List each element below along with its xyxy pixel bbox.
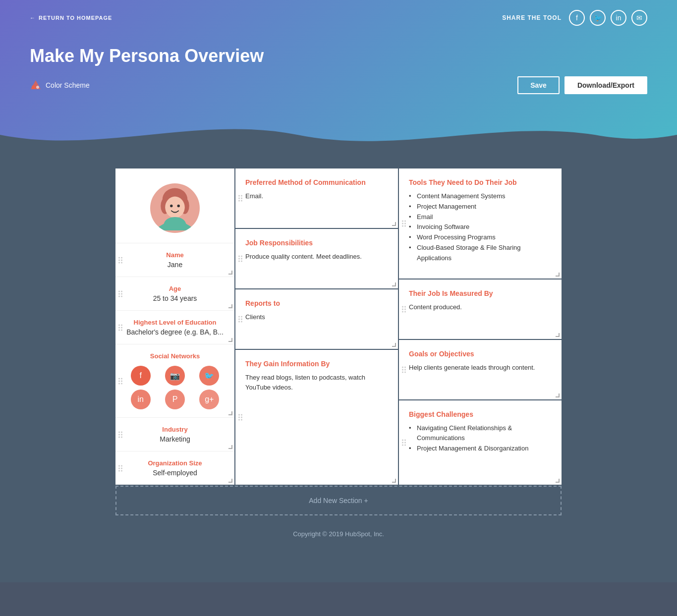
googleplus-social-btn[interactable]: g+ [199, 390, 219, 409]
instagram-social-btn[interactable]: 📷 [165, 366, 185, 386]
goals-drag-handle[interactable] [402, 366, 406, 373]
comm-resize-handle[interactable] [392, 222, 396, 226]
job-card: Job Responsibilities Produce quality con… [235, 229, 398, 288]
middle-column: Preferred Method of Communication Email.… [235, 168, 398, 485]
comm-card: Preferred Method of Communication Email. [235, 168, 398, 228]
list-item: Invoicing Software [409, 222, 552, 232]
save-button[interactable]: Save [517, 76, 560, 94]
age-block: Age 25 to 34 years [115, 277, 234, 311]
svg-point-2 [36, 86, 39, 89]
job-drag-handle[interactable] [238, 256, 242, 262]
svg-point-8 [170, 205, 172, 207]
svg-point-1 [32, 85, 36, 89]
reports-card: Reports to Clients [235, 289, 398, 349]
reports-resize-handle[interactable] [392, 343, 396, 347]
add-section-container: Add New Section + [115, 486, 562, 515]
age-drag-handle[interactable] [118, 290, 122, 297]
org-drag-handle[interactable] [118, 465, 122, 471]
industry-resize-handle[interactable] [228, 445, 232, 449]
challenges-drag-handle[interactable] [402, 439, 406, 446]
list-item: Navigating Client Relationships & Commun… [409, 423, 552, 444]
info-title: They Gain Information By [245, 360, 388, 368]
pinterest-social-btn[interactable]: P [165, 390, 185, 409]
color-scheme-label: Color Scheme [46, 81, 90, 89]
name-drag-handle[interactable] [118, 257, 122, 263]
industry-drag-handle[interactable] [118, 431, 122, 438]
org-resize-handle[interactable] [228, 479, 232, 483]
social-resize-handle[interactable] [228, 411, 232, 415]
info-content: They read blogs, listen to podcasts, wat… [245, 373, 388, 392]
challenges-card: Biggest Challenges Navigating Client Rel… [399, 400, 562, 485]
avatar-section [115, 168, 234, 243]
tools-title: Tools They Need to Do Their Job [409, 178, 552, 186]
info-drag-handle[interactable] [238, 414, 242, 421]
education-label: Highest Level of Education [125, 319, 225, 326]
color-scheme-control[interactable]: Color Scheme [30, 79, 90, 91]
job-content: Produce quality content. Meet deadlines. [245, 252, 388, 262]
age-resize-handle[interactable] [228, 304, 232, 308]
name-resize-handle[interactable] [228, 271, 232, 275]
list-item: Email [409, 212, 552, 223]
tools-list: Content Management Systems Project Manag… [409, 191, 552, 264]
social-drag-handle[interactable] [118, 378, 122, 384]
name-label: Name [125, 251, 225, 259]
list-item: Content Management Systems [409, 191, 552, 202]
goals-title: Goals or Objectives [409, 350, 552, 358]
goals-resize-handle[interactable] [556, 393, 560, 397]
header-buttons: Save Download/Export [517, 76, 647, 94]
list-item: Word Processing Programs [409, 232, 552, 243]
persona-grid: Name Jane Age 25 to 34 years [115, 168, 562, 485]
challenges-resize-handle[interactable] [556, 479, 560, 483]
tools-resize-handle[interactable] [556, 273, 560, 277]
job-title: Job Responsibilities [245, 239, 388, 247]
education-drag-handle[interactable] [118, 324, 122, 331]
add-section-button[interactable]: Add New Section + [115, 486, 562, 515]
facebook-social-btn[interactable]: f [131, 366, 151, 386]
name-value: Jane [125, 261, 225, 269]
social-icons-grid: f 📷 🐦 in P g+ [125, 366, 225, 409]
social-label: Social Networks [125, 352, 225, 360]
list-item: Cloud-Based Storage & File Sharing Appli… [409, 243, 552, 264]
tools-drag-handle[interactable] [402, 220, 406, 226]
share-twitter-btn[interactable]: 🐦 [590, 10, 606, 26]
challenges-title: Biggest Challenges [409, 410, 552, 418]
measured-card: Their Job Is Measured By Content produce… [399, 280, 562, 339]
avatar [150, 183, 200, 233]
share-section: SHARE THE TOOL f 🐦 in ✉ [502, 10, 647, 26]
linkedin-social-btn[interactable]: in [131, 390, 151, 409]
share-email-btn[interactable]: ✉ [631, 10, 647, 26]
job-resize-handle[interactable] [392, 282, 396, 286]
share-linkedin-btn[interactable]: in [611, 10, 626, 26]
reports-content: Clients [245, 312, 388, 322]
header-controls: Color Scheme Save Download/Export [30, 76, 647, 94]
education-block: Highest Level of Education Bachelor's de… [115, 311, 234, 344]
share-facebook-btn[interactable]: f [569, 10, 585, 26]
education-resize-handle[interactable] [228, 338, 232, 342]
list-item: Project Management & Disorganization [409, 444, 552, 454]
measured-title: Their Job Is Measured By [409, 289, 552, 297]
org-label: Organization Size [125, 459, 225, 467]
comm-title: Preferred Method of Communication [245, 178, 388, 186]
org-size-block: Organization Size Self-employed [115, 451, 234, 485]
footer: Copyright © 2019 HubSpot, Inc. [30, 515, 647, 553]
return-link[interactable]: RETURN TO HOMEPAGE [30, 15, 112, 21]
industry-label: Industry [125, 426, 225, 433]
reports-drag-handle[interactable] [238, 316, 242, 323]
goals-card: Goals or Objectives Help clients generat… [399, 340, 562, 399]
measured-drag-handle[interactable] [402, 306, 406, 312]
measured-resize-handle[interactable] [556, 333, 560, 337]
comm-drag-handle[interactable] [238, 195, 242, 202]
page-title: Make My Persona Overview [30, 46, 647, 66]
info-resize-handle[interactable] [392, 479, 396, 483]
industry-value: Marketing [125, 435, 225, 443]
download-button[interactable]: Download/Export [564, 76, 647, 94]
main-content: Name Jane Age 25 to 34 years [0, 154, 677, 582]
svg-point-9 [177, 205, 180, 207]
persona-avatar-image [153, 186, 197, 230]
color-scheme-icon [30, 79, 42, 91]
education-value: Bachelor's degree (e.g. BA, B... [125, 328, 225, 336]
comm-content: Email. [245, 191, 388, 201]
age-label: Age [125, 285, 225, 292]
share-label: SHARE THE TOOL [502, 14, 562, 21]
twitter-social-btn[interactable]: 🐦 [199, 366, 219, 386]
